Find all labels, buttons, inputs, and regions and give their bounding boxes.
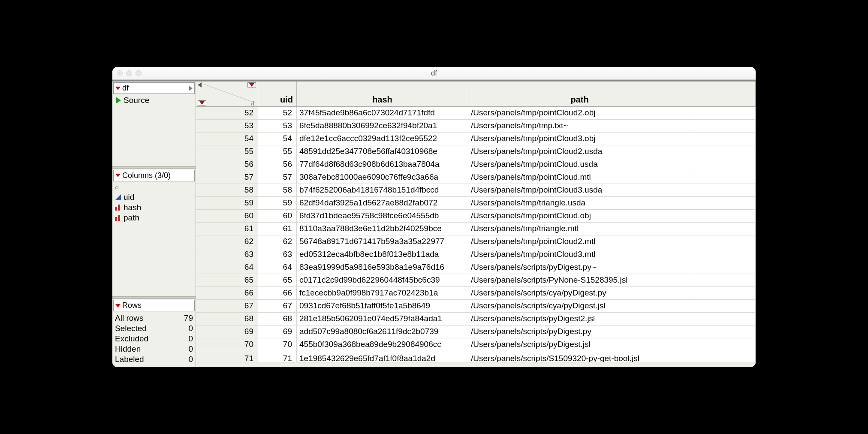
cell-hash[interactable]: 77df64d8f68d63c908b6d613baa7804a [297,158,468,171]
table-row[interactable]: 6363ed05312eca4bfb8ec1b8f013e8b11ada/Use… [196,248,756,261]
cell-path[interactable]: /Users/panels/tmp/pointCloud3.mtl [468,248,691,261]
cell-empty[interactable] [691,351,756,362]
table-row[interactable]: 6666fc1ececbb9a0f998b7917ac702423b1a/Use… [196,287,756,300]
table-row[interactable]: 6868281e185b5062091e074ed579fa84ada1/Use… [196,313,756,326]
cell-empty[interactable] [691,120,756,132]
rows-stat[interactable]: Selected0 [115,323,193,334]
cell-uid[interactable]: 57 [258,171,297,184]
column-header-hash[interactable]: hash [297,81,468,106]
cell-empty[interactable] [691,248,756,261]
row-number-cell[interactable]: 66 [196,287,258,299]
table-row[interactable]: 626256748a89171d671417b59a3a35a22977/Use… [196,235,756,248]
cell-path[interactable]: /Users/panels/scripts/pyDigest.py~ [468,261,691,274]
cell-uid[interactable]: 62 [258,235,297,248]
table-row[interactable]: 67670931cd67ef68b51faff0f5fe1a5b8649/Use… [196,300,756,313]
cell-empty[interactable] [691,145,756,158]
cell-uid[interactable]: 63 [258,248,297,261]
cell-path[interactable]: /Users/panels/scripts/pyDigest.py [468,326,691,338]
rows-stat[interactable]: All rows79 [115,313,193,323]
row-number-cell[interactable]: 68 [196,313,258,325]
cell-uid[interactable]: 70 [258,338,297,351]
grid-body[interactable]: 525237f45f5ade9b86a6c073024d7171fdfd/Use… [196,107,756,367]
row-number-cell[interactable]: 53 [196,120,258,132]
table-row[interactable]: 646483ea91999d5a9816e593b8a1e9a76d16/Use… [196,261,756,274]
cell-path[interactable]: /Users/panels/tmp/pointCloud2.obj [468,107,691,119]
cell-hash[interactable]: 1e1985432629e65fd7af1f0f8aa1da2d [297,351,468,362]
table-row[interactable]: 53536fe5da88880b306992ce632f94bf20a1/Use… [196,120,756,133]
panel-separator[interactable] [112,166,196,169]
panel-separator[interactable] [112,296,196,299]
table-row[interactable]: 71711e1985432629e65fd7af1f0f8aa1da2d/Use… [196,351,756,362]
cell-uid[interactable]: 60 [258,210,297,222]
cell-uid[interactable]: 53 [258,120,297,132]
cell-empty[interactable] [691,287,756,299]
cell-uid[interactable]: 61 [258,223,297,235]
cell-hash[interactable]: 6fe5da88880b306992ce632f94bf20a1 [297,120,468,132]
cell-path[interactable]: /Users/panels/scripts/cya/pyDigest.jsl [468,300,691,312]
cell-empty[interactable] [691,274,756,286]
rows-stat[interactable]: Labeled0 [115,354,193,365]
cell-path[interactable]: /Users/panels/tmp/pointCloud2.mtl [468,235,691,248]
column-item[interactable]: hash [115,202,193,213]
cell-hash[interactable]: ed05312eca4bfb8ec1b8f013e8b11ada [297,248,468,261]
cell-uid[interactable]: 59 [258,197,297,209]
cell-empty[interactable] [691,197,756,209]
cell-path[interactable]: /Users/panels/tmp/pointCloud2.usda [468,145,691,158]
columns-search[interactable]: ⌕ [112,182,196,191]
cell-hash[interactable]: 281e185b5062091e074ed579fa84ada1 [297,313,468,325]
row-number-cell[interactable]: 62 [196,235,258,248]
row-number-cell[interactable]: 61 [196,223,258,235]
cell-hash[interactable]: 37f45f5ade9b86a6c073024d7171fdfd [297,107,468,119]
cell-uid[interactable]: 58 [258,184,297,196]
cell-hash[interactable]: b74f6252006ab41816748b151d4fbccd [297,184,468,196]
cell-uid[interactable]: 52 [258,107,297,119]
cell-empty[interactable] [691,338,756,351]
row-number-cell[interactable]: 55 [196,145,258,158]
cell-hash[interactable]: c0171c2c9d99bd622960448f45bc6c39 [297,274,468,286]
columns-panel-header[interactable]: Columns (3/0) [113,170,195,181]
cell-empty[interactable] [691,133,756,145]
table-row[interactable]: 60606fd37d1bdeae95758c98fce6e04555db/Use… [196,210,756,223]
rows-stat[interactable]: Excluded0 [115,334,193,344]
row-number-cell[interactable]: 63 [196,248,258,261]
cell-hash[interactable]: 308a7ebc81000ae6090c76ffe9c3a66a [297,171,468,184]
cell-path[interactable]: /Users/panels/scripts/PyNone-S1528395.js… [468,274,691,286]
cell-uid[interactable]: 65 [258,274,297,286]
cell-uid[interactable]: 66 [258,287,297,299]
cell-hash[interactable]: dfe12e1cc6accc0329ad113f2ce95522 [297,133,468,145]
cell-uid[interactable]: 55 [258,145,297,158]
row-number-cell[interactable]: 57 [196,171,258,184]
cell-path[interactable]: /Users/panels/scripts/pyDigest2.jsl [468,313,691,325]
grid-corner[interactable] [196,81,258,106]
run-arrow-icon[interactable] [189,86,193,91]
rows-stat[interactable]: Hidden0 [115,344,193,354]
table-row[interactable]: 595962df94daf3925a1d5627ae88d2fab072/Use… [196,197,756,210]
cell-path[interactable]: /Users/panels/tmp/pointCloud.mtl [468,171,691,184]
table-row[interactable]: 5454dfe12e1cc6accc0329ad113f2ce95522/Use… [196,133,756,145]
cell-hash[interactable]: 83ea91999d5a9816e593b8a1e9a76d16 [297,261,468,274]
cell-empty[interactable] [691,107,756,119]
cell-path[interactable]: /Users/panels/tmp/pointCloud3.obj [468,133,691,145]
cell-hash[interactable]: 8110a3aa788d3e6e11d2bb2f40259bce [297,223,468,235]
table-row[interactable]: 565677df64d8f68d63c908b6d613baa7804a/Use… [196,158,756,171]
rows-panel-header[interactable]: Rows [113,300,195,311]
cell-hash[interactable]: 48591dd25e347708e56ffaf40310968e [297,145,468,158]
table-row[interactable]: 7070455b0f309a368bea89de9b29084906cc/Use… [196,338,756,351]
cell-uid[interactable]: 69 [258,326,297,338]
rows-menu-button[interactable] [198,100,206,105]
cell-uid[interactable]: 67 [258,300,297,312]
cell-empty[interactable] [691,171,756,184]
row-number-cell[interactable]: 71 [196,351,258,362]
column-item[interactable]: path [115,213,193,223]
row-number-cell[interactable]: 59 [196,197,258,209]
cell-empty[interactable] [691,184,756,196]
row-number-cell[interactable]: 60 [196,210,258,222]
row-number-cell[interactable]: 64 [196,261,258,274]
row-number-cell[interactable]: 67 [196,300,258,312]
table-row[interactable]: 5757308a7ebc81000ae6090c76ffe9c3a66a/Use… [196,171,756,184]
cell-uid[interactable]: 54 [258,133,297,145]
cell-path[interactable]: /Users/panels/tmp/pointCloud.usda [468,158,691,171]
cell-empty[interactable] [691,313,756,325]
cell-uid[interactable]: 71 [258,351,297,362]
column-item[interactable]: uid [115,192,193,202]
